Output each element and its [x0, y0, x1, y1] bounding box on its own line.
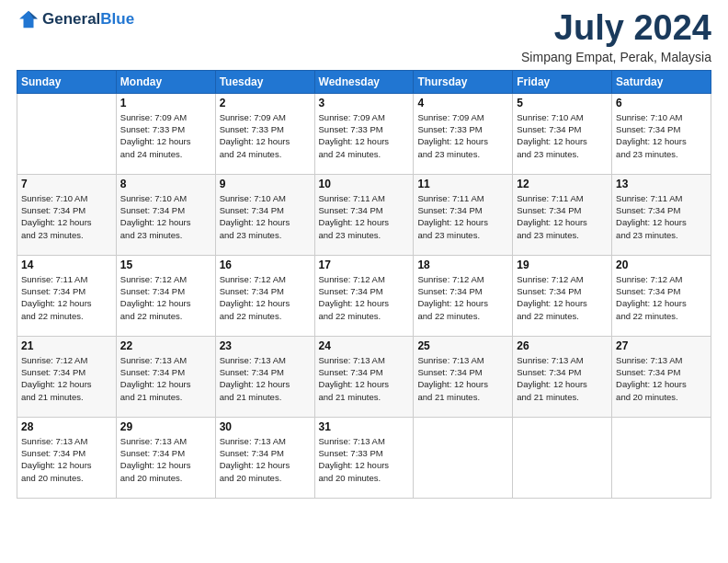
day-number: 4 [417, 97, 508, 109]
calendar-cell: 21Sunrise: 7:12 AMSunset: 7:34 PMDayligh… [17, 336, 117, 417]
day-number: 9 [220, 178, 311, 190]
day-number: 28 [21, 420, 112, 433]
calendar-cell: 30Sunrise: 7:13 AMSunset: 7:34 PMDayligh… [215, 417, 314, 498]
calendar-cell: 24Sunrise: 7:13 AMSunset: 7:34 PMDayligh… [314, 336, 414, 417]
day-info: Sunrise: 7:09 AMSunset: 7:33 PMDaylight:… [220, 111, 311, 160]
calendar-cell: 16Sunrise: 7:12 AMSunset: 7:34 PMDayligh… [215, 255, 314, 336]
day-number: 10 [319, 178, 410, 190]
logo: GeneralBlue [17, 9, 134, 29]
calendar-week-row: 7Sunrise: 7:10 AMSunset: 7:34 PMDaylight… [17, 174, 711, 255]
calendar-cell [17, 93, 117, 174]
day-info: Sunrise: 7:12 AMSunset: 7:34 PMDaylight:… [21, 354, 112, 403]
calendar-cell: 1Sunrise: 7:09 AMSunset: 7:33 PMDaylight… [116, 93, 215, 174]
title-block: July 2024 Simpang Empat, Perak, Malaysia [521, 9, 711, 64]
day-number: 29 [120, 420, 211, 433]
day-info: Sunrise: 7:10 AMSunset: 7:34 PMDaylight:… [220, 192, 311, 241]
day-number: 24 [319, 339, 410, 352]
calendar-cell: 12Sunrise: 7:11 AMSunset: 7:34 PMDayligh… [513, 174, 612, 255]
calendar-cell [414, 417, 513, 498]
day-number: 1 [120, 97, 211, 109]
day-number: 12 [517, 178, 608, 190]
day-info: Sunrise: 7:11 AMSunset: 7:34 PMDaylight:… [417, 192, 508, 241]
day-info: Sunrise: 7:12 AMSunset: 7:34 PMDaylight:… [417, 273, 508, 322]
calendar-cell: 22Sunrise: 7:13 AMSunset: 7:34 PMDayligh… [116, 336, 215, 417]
day-info: Sunrise: 7:12 AMSunset: 7:34 PMDaylight:… [517, 273, 608, 322]
calendar-cell: 25Sunrise: 7:13 AMSunset: 7:34 PMDayligh… [414, 336, 513, 417]
calendar-cell: 14Sunrise: 7:11 AMSunset: 7:34 PMDayligh… [17, 255, 117, 336]
day-info: Sunrise: 7:13 AMSunset: 7:34 PMDaylight:… [220, 435, 311, 484]
day-info: Sunrise: 7:11 AMSunset: 7:34 PMDaylight:… [517, 192, 608, 241]
calendar-week-row: 28Sunrise: 7:13 AMSunset: 7:34 PMDayligh… [17, 417, 711, 498]
day-number: 5 [517, 97, 608, 109]
weekday-header: Tuesday [215, 70, 314, 93]
calendar-cell: 27Sunrise: 7:13 AMSunset: 7:34 PMDayligh… [612, 336, 711, 417]
day-number: 31 [319, 420, 410, 433]
calendar-cell: 5Sunrise: 7:10 AMSunset: 7:34 PMDaylight… [513, 93, 612, 174]
calendar-cell: 9Sunrise: 7:10 AMSunset: 7:34 PMDaylight… [215, 174, 314, 255]
calendar-cell: 6Sunrise: 7:10 AMSunset: 7:34 PMDaylight… [612, 93, 711, 174]
day-number: 6 [616, 97, 707, 109]
calendar-cell: 26Sunrise: 7:13 AMSunset: 7:34 PMDayligh… [513, 336, 612, 417]
logo-blue: Blue [100, 10, 134, 28]
weekday-header: Saturday [612, 70, 711, 93]
logo-icon [18, 9, 39, 29]
day-info: Sunrise: 7:13 AMSunset: 7:33 PMDaylight:… [319, 435, 410, 484]
calendar-cell: 4Sunrise: 7:09 AMSunset: 7:33 PMDaylight… [414, 93, 513, 174]
calendar-cell: 23Sunrise: 7:13 AMSunset: 7:34 PMDayligh… [215, 336, 314, 417]
calendar-cell [513, 417, 612, 498]
day-info: Sunrise: 7:12 AMSunset: 7:34 PMDaylight:… [319, 273, 410, 322]
day-info: Sunrise: 7:11 AMSunset: 7:34 PMDaylight:… [21, 273, 112, 322]
day-number: 7 [21, 178, 112, 190]
page: GeneralBlue July 2024 Simpang Empat, Per… [0, 0, 728, 563]
calendar-cell [612, 417, 711, 498]
month-title: July 2024 [521, 9, 711, 48]
day-info: Sunrise: 7:13 AMSunset: 7:34 PMDaylight:… [120, 435, 211, 484]
day-info: Sunrise: 7:13 AMSunset: 7:34 PMDaylight:… [21, 435, 112, 484]
day-number: 22 [120, 339, 211, 352]
day-number: 8 [120, 178, 211, 190]
weekday-header: Monday [116, 70, 215, 93]
day-info: Sunrise: 7:12 AMSunset: 7:34 PMDaylight:… [120, 273, 211, 322]
day-info: Sunrise: 7:09 AMSunset: 7:33 PMDaylight:… [319, 111, 410, 160]
calendar-week-row: 1Sunrise: 7:09 AMSunset: 7:33 PMDaylight… [17, 93, 711, 174]
day-number: 16 [220, 259, 311, 271]
day-info: Sunrise: 7:13 AMSunset: 7:34 PMDaylight:… [220, 354, 311, 403]
calendar-week-row: 21Sunrise: 7:12 AMSunset: 7:34 PMDayligh… [17, 336, 711, 417]
weekday-header: Sunday [17, 70, 117, 93]
weekday-header: Friday [513, 70, 612, 93]
day-number: 20 [616, 259, 707, 271]
day-info: Sunrise: 7:11 AMSunset: 7:34 PMDaylight:… [616, 192, 707, 241]
day-info: Sunrise: 7:11 AMSunset: 7:34 PMDaylight:… [319, 192, 410, 241]
calendar-cell: 10Sunrise: 7:11 AMSunset: 7:34 PMDayligh… [314, 174, 414, 255]
day-number: 11 [417, 178, 508, 190]
weekday-header: Thursday [414, 70, 513, 93]
day-info: Sunrise: 7:12 AMSunset: 7:34 PMDaylight:… [616, 273, 707, 322]
calendar-header-row: SundayMondayTuesdayWednesdayThursdayFrid… [17, 70, 711, 93]
day-info: Sunrise: 7:10 AMSunset: 7:34 PMDaylight:… [517, 111, 608, 160]
day-info: Sunrise: 7:12 AMSunset: 7:34 PMDaylight:… [220, 273, 311, 322]
day-info: Sunrise: 7:10 AMSunset: 7:34 PMDaylight:… [21, 192, 112, 241]
calendar-cell: 31Sunrise: 7:13 AMSunset: 7:33 PMDayligh… [314, 417, 414, 498]
day-info: Sunrise: 7:13 AMSunset: 7:34 PMDaylight:… [616, 354, 707, 403]
calendar-cell: 17Sunrise: 7:12 AMSunset: 7:34 PMDayligh… [314, 255, 414, 336]
calendar-cell: 18Sunrise: 7:12 AMSunset: 7:34 PMDayligh… [414, 255, 513, 336]
day-number: 27 [616, 339, 707, 352]
day-number: 25 [417, 339, 508, 352]
calendar-cell: 28Sunrise: 7:13 AMSunset: 7:34 PMDayligh… [17, 417, 117, 498]
calendar-table: SundayMondayTuesdayWednesdayThursdayFrid… [17, 70, 711, 499]
weekday-header: Wednesday [314, 70, 414, 93]
day-number: 17 [319, 259, 410, 271]
calendar-cell: 3Sunrise: 7:09 AMSunset: 7:33 PMDaylight… [314, 93, 414, 174]
calendar-cell: 13Sunrise: 7:11 AMSunset: 7:34 PMDayligh… [612, 174, 711, 255]
calendar-cell: 8Sunrise: 7:10 AMSunset: 7:34 PMDaylight… [116, 174, 215, 255]
day-info: Sunrise: 7:13 AMSunset: 7:34 PMDaylight:… [417, 354, 508, 403]
day-info: Sunrise: 7:13 AMSunset: 7:34 PMDaylight:… [319, 354, 410, 403]
day-info: Sunrise: 7:10 AMSunset: 7:34 PMDaylight:… [120, 192, 211, 241]
location-subtitle: Simpang Empat, Perak, Malaysia [521, 50, 711, 64]
day-info: Sunrise: 7:09 AMSunset: 7:33 PMDaylight:… [120, 111, 211, 160]
day-info: Sunrise: 7:13 AMSunset: 7:34 PMDaylight:… [120, 354, 211, 403]
day-number: 19 [517, 259, 608, 271]
day-number: 13 [616, 178, 707, 190]
day-number: 18 [417, 259, 508, 271]
day-number: 2 [220, 97, 311, 109]
